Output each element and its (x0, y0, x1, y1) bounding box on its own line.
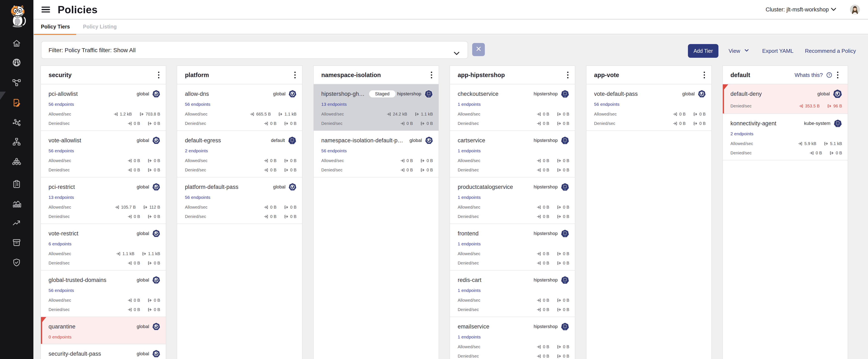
svg-text:ns: ns (564, 95, 566, 97)
svg-text:ns: ns (564, 328, 566, 330)
svg-text:ns: ns (564, 189, 566, 190)
svg-text:ns: ns (564, 282, 566, 283)
svg-text:?: ? (828, 73, 830, 77)
svg-text:ns: ns (564, 142, 566, 143)
svg-text:ns: ns (564, 235, 566, 237)
svg-text:ns: ns (292, 142, 293, 143)
svg-text:ns: ns (428, 95, 429, 97)
svg-text:ns: ns (837, 125, 838, 126)
